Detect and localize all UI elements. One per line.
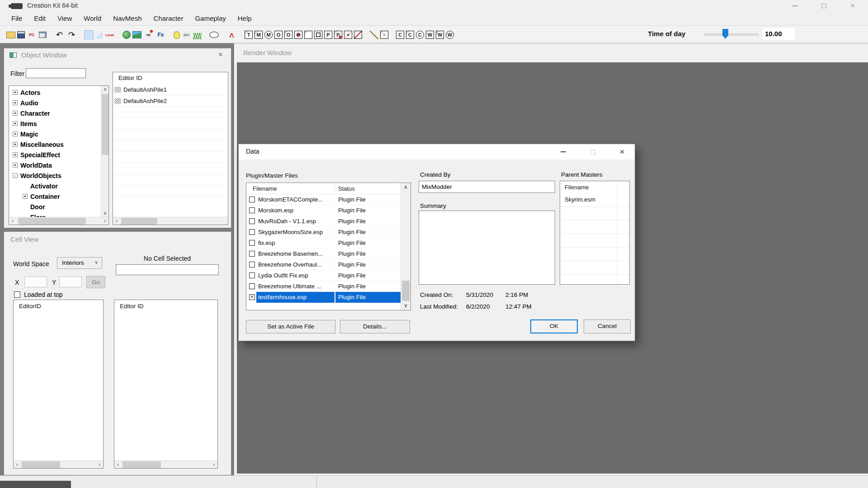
cell-name-field[interactable] bbox=[116, 264, 219, 275]
save-icon[interactable] bbox=[17, 31, 25, 38]
menu-navmesh[interactable]: NavMesh bbox=[107, 12, 147, 25]
preferences-icon[interactable] bbox=[39, 32, 47, 38]
w-circle-icon[interactable]: W bbox=[446, 31, 454, 39]
scroll-up-icon[interactable]: ∧ bbox=[101, 86, 109, 93]
grass-icon[interactable] bbox=[193, 33, 202, 39]
tree-expander-icon[interactable]: + bbox=[13, 142, 18, 147]
scroll-right-icon[interactable]: › bbox=[101, 217, 108, 225]
menu-view[interactable]: View bbox=[52, 12, 78, 25]
tree-item-audio[interactable]: +Audio bbox=[9, 98, 101, 108]
tree-expander-icon[interactable]: + bbox=[13, 111, 18, 116]
marker-o-cube-icon[interactable]: O bbox=[284, 31, 292, 39]
cancel-button[interactable]: Cancel bbox=[584, 319, 631, 333]
local-world-rotation-icon[interactable]: Local bbox=[104, 29, 115, 40]
menu-gameplay[interactable]: Gameplay bbox=[189, 12, 231, 25]
scroll-right-icon[interactable]: › bbox=[96, 461, 103, 469]
marker-slash-icon[interactable] bbox=[354, 31, 362, 39]
file-checkbox[interactable] bbox=[249, 207, 255, 213]
scroll-down-icon[interactable]: ∨ bbox=[401, 301, 410, 310]
measure-icon[interactable]: Λ bbox=[226, 29, 237, 40]
file-checkbox[interactable] bbox=[249, 283, 255, 289]
occlusion-box-icon[interactable]: × bbox=[344, 31, 352, 39]
marker-o-square-icon[interactable]: O bbox=[274, 31, 283, 39]
snap-to-angle-icon[interactable] bbox=[95, 31, 103, 38]
dialog-close-button[interactable]: × bbox=[612, 144, 632, 160]
menu-character[interactable]: Character bbox=[148, 12, 189, 25]
tree-item-door[interactable]: +Door bbox=[9, 202, 101, 212]
file-row[interactable]: Breezehome Basemen...Plugin File bbox=[246, 249, 401, 259]
details-button[interactable]: Details... bbox=[340, 320, 410, 333]
scrollbar-thumb[interactable] bbox=[22, 461, 60, 468]
file-row[interactable]: SkygazerMoonsSize.espPlugin File bbox=[246, 227, 401, 238]
filter-input[interactable] bbox=[26, 68, 86, 78]
tree-expander-icon[interactable]: + bbox=[13, 131, 18, 136]
file-row[interactable]: Lydia Outfit Fix.espPlugin File bbox=[246, 270, 401, 281]
portal-square-icon[interactable]: P bbox=[324, 31, 332, 39]
tree-item-worlddata[interactable]: +WorldData bbox=[9, 160, 101, 170]
cube-x-icon[interactable]: × bbox=[380, 31, 388, 39]
tree-item-worldobjects[interactable]: -WorldObjects bbox=[9, 170, 101, 181]
time-of-day-value[interactable]: 10.00 bbox=[762, 28, 795, 40]
time-of-day-slider[interactable] bbox=[704, 33, 759, 36]
tree-item-items[interactable]: +Items bbox=[9, 118, 101, 129]
file-checkbox[interactable] bbox=[249, 272, 255, 278]
scrollbar-thumb[interactable] bbox=[18, 218, 86, 225]
tree-item-miscellaneous[interactable]: +Miscellaneous bbox=[9, 139, 101, 150]
window-close-button[interactable]: × bbox=[843, 0, 863, 12]
file-row[interactable]: MuvRoDah - V1.1.espPlugin File bbox=[246, 216, 401, 227]
scroll-right-icon[interactable]: › bbox=[210, 461, 217, 469]
set-as-active-file-button[interactable]: Set as Active File bbox=[246, 320, 335, 333]
file-checkbox[interactable] bbox=[249, 262, 255, 267]
file-row[interactable]: Morskom.espPlugin File bbox=[246, 205, 401, 216]
w-cube-icon[interactable]: W bbox=[436, 31, 444, 39]
scroll-left-icon[interactable]: ‹ bbox=[114, 461, 122, 469]
file-checkbox[interactable] bbox=[249, 229, 255, 235]
snap-to-grid-icon[interactable] bbox=[85, 31, 93, 39]
summary-textarea[interactable] bbox=[419, 211, 555, 285]
object-window-close-icon[interactable]: × bbox=[216, 50, 226, 60]
file-row[interactable]: ×testfarmhouse.espPlugin File bbox=[246, 292, 401, 303]
cell-object-horizontal-scrollbar[interactable]: ‹ › bbox=[114, 460, 217, 468]
file-row[interactable]: Breezehome Ultimate ...Plugin File bbox=[246, 281, 401, 292]
parent-master-row[interactable]: Skyrim.esm bbox=[560, 193, 629, 207]
tree-expander-icon[interactable]: - bbox=[13, 173, 18, 178]
menu-file[interactable]: File bbox=[5, 12, 28, 25]
scroll-left-icon[interactable]: ‹ bbox=[9, 217, 16, 225]
scroll-up-icon[interactable]: ∧ bbox=[401, 183, 410, 192]
filename-column-header[interactable]: Filename bbox=[253, 185, 277, 192]
marker-m-circle-icon[interactable]: M bbox=[264, 31, 273, 39]
time-of-day-slider-thumb[interactable] bbox=[722, 29, 728, 39]
c-bracket-icon[interactable]: C bbox=[396, 31, 404, 39]
tree-item-container[interactable]: +Container bbox=[9, 191, 101, 202]
file-row[interactable]: Breezehome Overhaul...Plugin File bbox=[246, 259, 401, 270]
parent-filename-column-header[interactable]: Filename bbox=[565, 184, 589, 191]
tree-expander-icon[interactable]: + bbox=[23, 194, 28, 199]
tree-expander-icon[interactable]: + bbox=[13, 90, 18, 95]
cell-list-horizontal-scrollbar[interactable]: ‹ › bbox=[14, 460, 103, 468]
tree-vertical-scrollbar[interactable]: ∧ ∨ bbox=[101, 86, 108, 217]
landscape-editing-icon[interactable] bbox=[132, 31, 142, 38]
scroll-left-icon[interactable]: ‹ bbox=[14, 461, 21, 469]
file-checkbox[interactable] bbox=[249, 251, 255, 257]
editor-id-column-header[interactable]: Editor ID bbox=[120, 303, 144, 310]
havok-sim-icon[interactable]: HK bbox=[143, 29, 154, 40]
marker-t-cube-icon[interactable]: T bbox=[245, 31, 253, 39]
tree-item-actors[interactable]: +Actors bbox=[9, 87, 101, 98]
tree-expander-icon[interactable]: + bbox=[13, 152, 18, 157]
lights-icon[interactable] bbox=[174, 31, 180, 39]
world-spaces-icon[interactable] bbox=[123, 31, 131, 39]
marker-m-cube-icon[interactable]: M bbox=[255, 31, 263, 39]
file-list-vertical-scrollbar[interactable]: ∧ ∨ bbox=[401, 183, 410, 310]
scrollbar-thumb[interactable] bbox=[123, 461, 161, 468]
tree-horizontal-scrollbar[interactable]: ‹ › bbox=[9, 217, 108, 225]
redo-icon[interactable]: ↷ bbox=[66, 29, 77, 40]
window-minimize-button[interactable] bbox=[785, 0, 805, 12]
go-button[interactable]: Go bbox=[86, 276, 105, 288]
sky-icon[interactable]: SKY bbox=[182, 32, 191, 38]
world-space-dropdown[interactable]: Interiors ∨ bbox=[57, 257, 102, 269]
status-column-header[interactable]: Status bbox=[338, 185, 355, 192]
room-bounds-icon[interactable] bbox=[314, 31, 322, 39]
tree-item-activator[interactable]: +Activator bbox=[9, 181, 101, 191]
editor-id-column-header[interactable]: Editor ID bbox=[118, 75, 142, 81]
dialogue-icon[interactable] bbox=[209, 32, 219, 38]
